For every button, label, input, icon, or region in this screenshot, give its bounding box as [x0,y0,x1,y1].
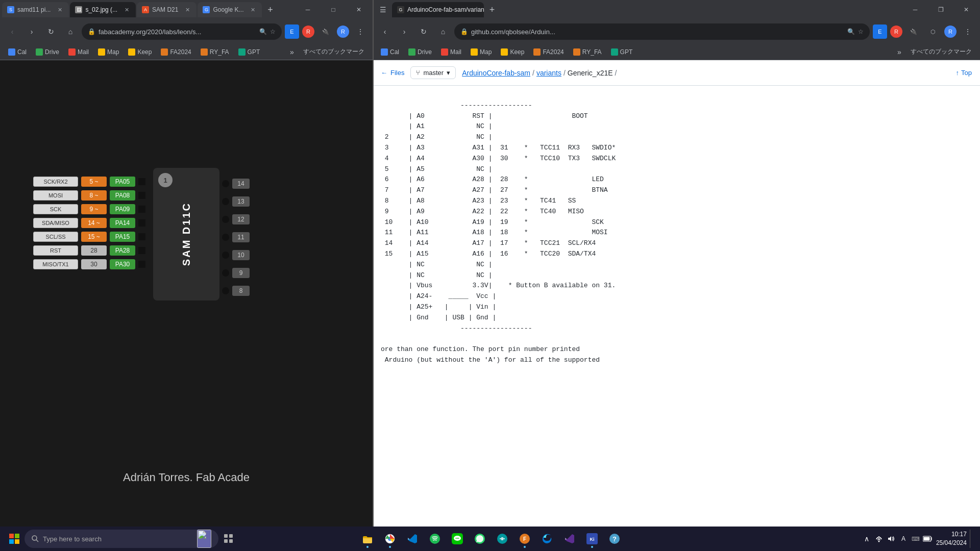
github-header: ← Files ⑂ master ▾ ArduinoCore-fab-sam /… [373,60,980,86]
tab4-close[interactable]: ✕ [249,6,257,14]
refresh-button-left[interactable]: ↻ [43,23,59,40]
tray-keyboard-icon[interactable]: ⌨ [911,534,921,544]
right-ext-2[interactable]: R [890,26,902,38]
left-tab-4[interactable]: G Google K... ✕ [198,2,262,17]
code-line-18: | Vbus 3.3V| * Button B available on 31. [381,282,616,289]
extension-btn-left-1[interactable]: E [285,24,299,39]
right-ext-1[interactable]: E [873,24,887,39]
taskbar-clock[interactable]: 10:17 25/04/2024 [936,530,967,547]
taskbar-app-spotify[interactable] [425,529,445,549]
right-bookmark-all[interactable]: すべてのブックマーク [906,46,976,58]
tab2-close[interactable]: ✕ [122,6,131,14]
forward-button-right[interactable]: › [396,23,412,40]
breadcrumb-link-1[interactable]: ArduinoCore-fab-sam [462,69,530,77]
taskbar-app-explorer[interactable] [357,529,378,549]
bookmarks-more-right[interactable]: » [893,46,905,58]
right-bookmark-drive[interactable]: Drive [404,46,436,58]
minimize-button-right[interactable]: ─ [903,0,927,19]
right-bookmark-gpt[interactable]: GPT [607,46,637,58]
mail-favicon [68,48,76,56]
left-tab-1[interactable]: S samd11 pi... ✕ [2,2,69,17]
bookmark-fa2024[interactable]: FA2024 [157,46,195,58]
right-menu-button[interactable]: ⋮ [960,23,976,40]
home-button-left[interactable]: ⌂ [62,23,79,40]
right-new-tab-button[interactable]: + [485,3,499,17]
taskbar-search-text: Type here to search [43,535,102,543]
start-button[interactable] [4,529,24,549]
left-url-bar[interactable]: 🔒 fabacademy.org/2020/labs/leon/s... 🔍 ☆ [82,23,282,40]
taskbar-search[interactable]: Type here to search [24,530,218,548]
taskbar-icon-taskview[interactable] [219,530,238,548]
explorer-icon [362,533,373,544]
bookmark-map[interactable]: Map [94,46,123,58]
tray-up-icon[interactable]: ∧ [862,534,872,544]
right-tab-1[interactable]: G ArduinoCore-fab-sam/variant... ✕ [392,2,484,17]
right-sidebar-toggle[interactable]: ☰ [375,2,391,18]
right-ext-5[interactable]: R [944,26,957,38]
extension-btn-left-3[interactable]: 🔌 [317,23,334,40]
show-desktop-button[interactable] [970,530,976,548]
bookmark-mail[interactable]: Mail [64,46,93,58]
taskbar-app-edge[interactable] [537,529,557,549]
taskbar: Type here to search [0,527,980,551]
breadcrumb: ArduinoCore-fab-sam / variants / Generic… [462,69,617,77]
left-tab-3[interactable]: A SAM D21 ✕ [137,2,197,17]
chip-label: SAM D11C [181,202,192,266]
extension-btn-left-2[interactable]: R [302,26,314,38]
bookmark-ryfa[interactable]: RY_FA [197,46,233,58]
home-button-right[interactable]: ⌂ [435,23,451,40]
right-bookmark-keep[interactable]: Keep [497,46,528,58]
minimize-button-left[interactable]: ─ [296,0,320,19]
taskbar-app-kicad[interactable]: Ki [582,529,602,549]
extension-btn-left-4[interactable]: R [337,26,349,38]
new-tab-button[interactable]: + [263,3,277,17]
taskbar-app-vscode[interactable] [402,529,423,549]
tray-battery-icon[interactable] [923,534,933,544]
back-button-right[interactable]: ‹ [377,23,393,40]
forward-button-left[interactable]: › [23,23,40,40]
breadcrumb-link-2[interactable]: variants [536,69,561,77]
tray-volume-icon[interactable] [886,534,896,544]
tab3-label: SAM D21 [152,6,178,13]
svg-point-18 [455,538,456,539]
code-line-12: 10 | A10 A19 | 19 * SCK [381,218,604,226]
bookmark-gpt[interactable]: GPT [234,46,264,58]
taskbar-app-line[interactable] [447,529,468,549]
taskbar-app-fab[interactable]: F [514,529,535,549]
close-button-left[interactable]: ✕ [347,0,371,19]
top-link[interactable]: ↑ Top [956,69,972,77]
chip-body: 1 SAM D11C [153,168,219,300]
menu-button-left[interactable]: ⋮ [352,23,369,40]
bookmark-drive[interactable]: Drive [32,46,63,58]
taskbar-app-whatsapp[interactable] [470,529,490,549]
taskbar-app-chrome[interactable] [380,529,400,549]
refresh-button-right[interactable]: ↻ [415,23,432,40]
taskbar-app-arduino[interactable] [492,529,512,549]
back-button-left[interactable]: ‹ [4,23,20,40]
right-bookmark-cal[interactable]: Cal [377,46,403,58]
bookmarks-more-left[interactable]: » [286,46,298,58]
maximize-button-left[interactable]: □ [322,0,345,19]
bookmark-cal[interactable]: Cal [4,46,31,58]
tray-ime-icon[interactable]: A [898,534,909,544]
right-url-bar[interactable]: 🔒 github.com/qbolsee/Arduin... 🔍 ☆ [454,23,870,40]
tab1-close[interactable]: ✕ [56,6,64,14]
branch-selector[interactable]: ⑂ master ▾ [410,66,456,79]
tab3-close[interactable]: ✕ [183,6,191,14]
right-bookmark-fa2024[interactable]: FA2024 [529,46,568,58]
taskbar-app-vscode2[interactable] [559,529,580,549]
close-button-right[interactable]: ✕ [954,0,978,19]
left-tab-2[interactable]: 🖼 s_02.jpg (... ✕ [70,2,136,17]
right-bookmark-mail[interactable]: Mail [437,46,465,58]
bookmark-keep[interactable]: Keep [124,46,156,58]
right-ext-3[interactable]: 🔌 [905,23,922,40]
tray-network-icon[interactable] [874,534,884,544]
files-back-button[interactable]: ← Files [381,69,404,77]
right-bookmark-map[interactable]: Map [467,46,496,58]
bookmark-all-bookmarks[interactable]: すべてのブックマーク [299,46,369,58]
code-line-1: ------------------ [381,102,532,109]
right-ext-4[interactable]: ⬡ [925,23,941,40]
right-bookmark-ryfa[interactable]: RY_FA [569,46,606,58]
restore-button-right[interactable]: ❐ [929,0,952,19]
taskbar-app-help[interactable]: ? [604,529,625,549]
